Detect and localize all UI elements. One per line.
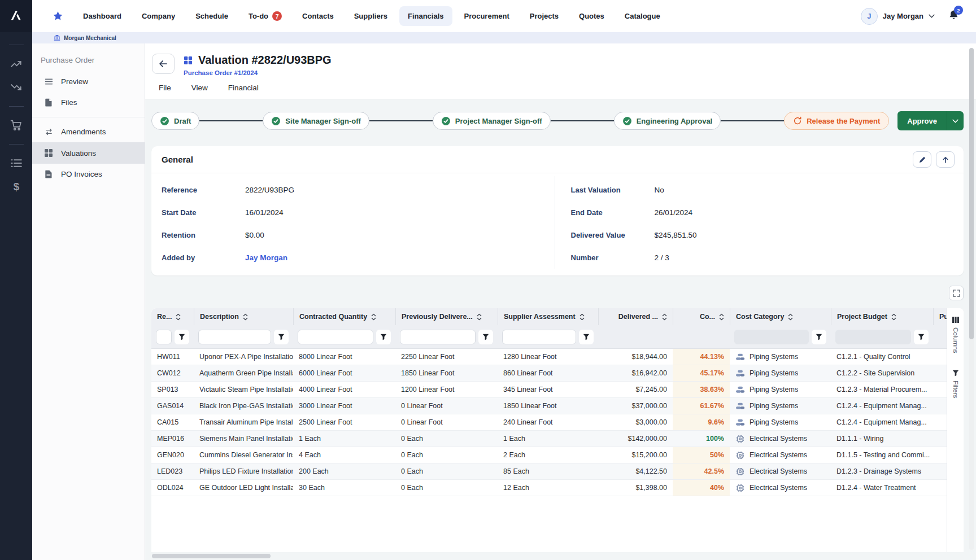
filter-button-cost-category[interactable] — [812, 330, 826, 344]
app-logo[interactable] — [0, 0, 32, 32]
filter-button-re[interactable] — [175, 330, 189, 344]
filter-input-description[interactable] — [198, 330, 271, 344]
chip-icon — [735, 483, 745, 493]
table-row-CW012[interactable]: CW012Aquatherm Green Pipe Installati6000… — [151, 365, 947, 382]
nav-item-procurement[interactable]: Procurement — [456, 6, 518, 26]
sidebar-item-preview[interactable]: Preview — [32, 71, 145, 92]
nav-item-label: Company — [142, 12, 175, 20]
nav-item-catalogue[interactable]: Catalogue — [616, 6, 669, 26]
edit-button[interactable] — [913, 151, 931, 168]
notifications-button[interactable]: 2 — [948, 10, 959, 23]
filter-cell-re — [151, 330, 194, 344]
expand-table-button[interactable] — [949, 286, 964, 300]
table-row-SP013[interactable]: SP013Victaulic Steam Pipe Installatior40… — [151, 382, 947, 398]
table-row-LED023[interactable]: LED023Philips LED Fixture Installation o… — [151, 463, 947, 480]
nav-item-schedule[interactable]: Schedule — [187, 6, 237, 26]
chip-icon — [735, 450, 745, 460]
pipe-icon — [735, 369, 745, 378]
menu-view[interactable]: View — [191, 84, 208, 92]
filter-button-project-budget[interactable] — [914, 330, 929, 344]
nav-item-contacts[interactable]: Contacts — [294, 6, 342, 26]
purchase-order-link[interactable]: Purchase Order #1/2024 — [184, 69, 332, 76]
sidebar-item-files[interactable]: Files — [32, 92, 145, 113]
file-icon — [45, 98, 53, 107]
cell-previously-delivered: 0 Linear Foot — [395, 414, 498, 430]
sidebar-item-label: Amendments — [61, 128, 106, 136]
funnel-icon — [952, 370, 959, 377]
workflow-connector — [369, 120, 433, 121]
filters-tool[interactable]: Filters — [952, 370, 959, 398]
table-header-project-budget[interactable]: Project Budget — [831, 308, 933, 325]
workflow-step-draft[interactable]: Draft — [151, 112, 199, 130]
nav-item-to-do[interactable]: To-do7 — [240, 6, 290, 27]
field-value: $0.00 — [245, 231, 264, 239]
nav-item-quotes[interactable]: Quotes — [570, 6, 613, 26]
nav-item-dashboard[interactable]: Dashboard — [75, 6, 130, 26]
table-header-re[interactable]: Re... — [151, 308, 194, 325]
approve-button[interactable]: Approve — [897, 111, 947, 130]
table-header-previously-delivere[interactable]: Previously Delivere... — [395, 308, 498, 325]
rail-trend-down-icon[interactable] — [9, 80, 24, 95]
cell-contracted: 8000 Linear Foot — [293, 349, 395, 365]
filter-input-re[interactable] — [156, 330, 172, 344]
table-row-GAS014[interactable]: GAS014Black Iron Pipe-GAS Installation30… — [151, 398, 947, 414]
filter-input-previously-delivere[interactable] — [400, 330, 476, 344]
collapse-button[interactable] — [936, 151, 955, 168]
menu-financial[interactable]: Financial — [228, 84, 259, 92]
filter-button-supplier-assessment[interactable] — [579, 330, 594, 344]
back-button[interactable] — [152, 54, 175, 74]
workflow-step-site-manager-sign-off[interactable]: Site Manager Sign-off — [263, 112, 369, 130]
nav-item-financials[interactable]: Financials — [399, 6, 452, 26]
rail-trend-up-icon[interactable] — [9, 56, 24, 71]
field-value-link[interactable]: Jay Morgan — [245, 253, 287, 262]
rail-dollar-icon[interactable]: $ — [9, 180, 24, 194]
columns-tool[interactable]: Columns — [952, 316, 960, 353]
breadcrumb[interactable]: Morgan Mechanical — [32, 32, 976, 43]
table-row-CA015[interactable]: CA015Transair Aluminum Pipe Installa2500… — [151, 414, 947, 431]
nav-item-company[interactable]: Company — [133, 6, 184, 26]
sidebar-item-po-invoices[interactable]: PO Invoices — [32, 164, 145, 185]
cell-project-budget: C1.2.1 - Quality Control — [831, 349, 933, 365]
sidebar-item-amendments[interactable]: Amendments — [32, 121, 145, 142]
table-row-MEP016[interactable]: MEP016Siemens Main Panel Installation1 E… — [151, 431, 947, 447]
sidebar-item-valuations[interactable]: Valuations — [32, 142, 145, 164]
cell-contracted: 30 Each — [293, 480, 395, 496]
rail-list-icon[interactable] — [9, 156, 24, 170]
horizontal-scrollbar[interactable] — [152, 554, 271, 558]
vertical-scrollbar[interactable] — [969, 48, 974, 550]
filter-button-contracted-quantity[interactable] — [376, 330, 391, 344]
favorites-star-icon[interactable] — [53, 11, 63, 21]
filter-input-contracted-quantity[interactable] — [298, 330, 373, 344]
workflow-step-project-manager-sign-off[interactable]: Project Manager Sign-off — [433, 112, 551, 130]
release-the-payment-step[interactable]: Release the Payment — [784, 112, 889, 130]
approve-split-button[interactable]: Approve — [897, 111, 964, 130]
table-header-pu[interactable]: Pu... — [933, 308, 947, 325]
todo-count-badge: 7 — [272, 11, 282, 21]
nav-item-projects[interactable]: Projects — [521, 6, 567, 26]
user-menu[interactable]: J Jay Morgan — [861, 8, 935, 25]
cell-previously-delivered: 1200 Linear Foot — [395, 382, 498, 397]
table-header-contracted-quantity[interactable]: Contracted Quantity — [293, 308, 395, 325]
workflow-step-engineering-approval[interactable]: Engineering Approval — [614, 112, 721, 130]
table-header-cost-category[interactable]: Cost Category — [730, 308, 831, 325]
check-circle-icon — [160, 116, 169, 126]
cell-reference: LED023 — [151, 463, 194, 479]
table-row-ODL024[interactable]: ODL024GE Outdoor LED Light Installatic30… — [151, 480, 947, 496]
menu-file[interactable]: File — [159, 84, 171, 92]
cell-reference: ODL024 — [151, 480, 194, 496]
approve-dropdown-button[interactable] — [947, 111, 964, 130]
filter-input-supplier-assessment[interactable] — [502, 330, 576, 344]
sort-icon — [243, 313, 248, 321]
filter-button-previously-delivere[interactable] — [478, 330, 493, 344]
table-header-supplier-assessment[interactable]: Supplier Assessment — [498, 308, 598, 325]
table-header-delivered[interactable]: Delivered ... — [598, 308, 673, 325]
pipe-icon — [735, 385, 745, 395]
table-row-HW011[interactable]: HW011Uponor PEX-A Pipe Installation (800… — [151, 349, 947, 365]
rail-cart-icon[interactable] — [9, 118, 24, 133]
nav-item-suppliers[interactable]: Suppliers — [346, 6, 396, 26]
filter-button-description[interactable] — [274, 330, 289, 344]
table-row-GEN020[interactable]: GEN020Cummins Diesel Generator Insta4 Ea… — [151, 447, 947, 463]
table-header-co[interactable]: Co... — [673, 308, 730, 325]
table-header-description[interactable]: Description — [194, 308, 293, 325]
column-label: Description — [200, 313, 239, 321]
